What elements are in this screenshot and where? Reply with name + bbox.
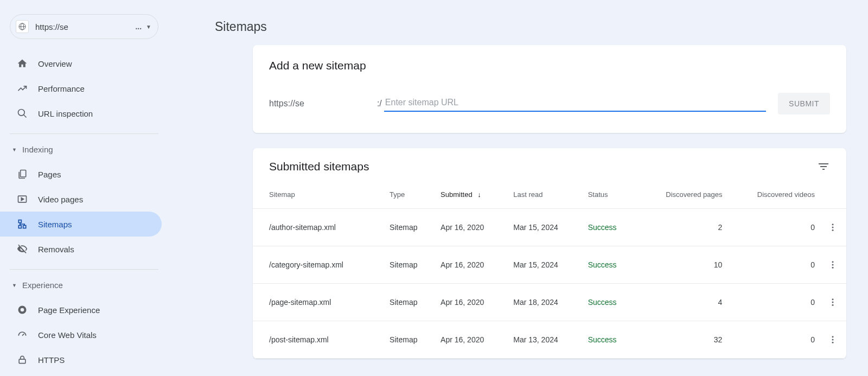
svg-point-23 xyxy=(832,304,834,306)
col-discovered-videos[interactable]: Discovered videos xyxy=(726,183,819,209)
nav-group-label: Experience xyxy=(22,281,63,290)
cell-discovered-videos: 0 xyxy=(726,209,819,246)
nav-section-experience: Page Experience Core Web Vitals HTTPS xyxy=(0,295,168,374)
col-sitemap[interactable]: Sitemap xyxy=(253,183,385,209)
table-row[interactable]: /page-sitemap.xmlSitemapApr 16, 2020Mar … xyxy=(253,284,846,321)
sidebar-item-label: Page Experience xyxy=(38,305,100,315)
cell-submitted: Apr 16, 2020 xyxy=(436,321,509,359)
sidebar-item-performance[interactable]: Performance xyxy=(0,76,162,101)
svg-rect-5 xyxy=(21,170,26,177)
caret-down-icon: ▼ xyxy=(146,24,151,30)
sidebar-item-label: Video pages xyxy=(38,195,83,204)
url-prefix: https://se xyxy=(269,99,304,109)
cell-sitemap: /page-sitemap.xml xyxy=(253,284,385,321)
svg-point-22 xyxy=(832,302,834,303)
add-sitemap-card: Add a new sitemap https://se :/ SUBMIT xyxy=(253,45,846,133)
sidebar-item-label: URL inspection xyxy=(38,109,93,118)
sidebar: https://se ... ▼ Overview Performance UR… xyxy=(0,0,168,376)
col-status[interactable]: Status xyxy=(584,183,636,209)
nav-section-top: Overview Performance URL inspection xyxy=(0,49,168,128)
svg-rect-14 xyxy=(19,359,25,364)
sort-arrow-down-icon: ↓ xyxy=(477,190,481,199)
cell-status: Success xyxy=(584,246,636,284)
property-url: https://se xyxy=(35,22,135,31)
col-last-read[interactable]: Last read xyxy=(509,183,583,209)
caret-down-icon: ▼ xyxy=(12,147,17,152)
cell-sitemap: /post-sitemap.xml xyxy=(253,321,385,359)
circle-icon xyxy=(16,304,28,316)
nav-group-indexing[interactable]: ▼ Indexing xyxy=(0,139,168,160)
cell-sitemap: /author-sitemap.xml xyxy=(253,209,385,246)
sidebar-item-sitemaps[interactable]: Sitemaps xyxy=(0,212,162,237)
cell-last-read: Mar 13, 2024 xyxy=(509,321,583,359)
cell-submitted: Apr 16, 2020 xyxy=(436,209,509,246)
row-menu-icon[interactable] xyxy=(826,296,839,309)
col-type[interactable]: Type xyxy=(385,183,436,209)
cell-status: Success xyxy=(584,209,636,246)
sitemap-url-input[interactable] xyxy=(384,95,766,112)
cell-discovered-pages: 32 xyxy=(636,321,727,359)
cell-discovered-videos: 0 xyxy=(726,284,819,321)
svg-point-15 xyxy=(832,224,834,225)
svg-point-12 xyxy=(21,308,24,312)
col-submitted[interactable]: Submitted ↓ xyxy=(436,183,509,209)
submitted-sitemaps-card: Submitted sitemaps Sitemap Type Submitte… xyxy=(253,148,846,359)
table-row[interactable]: /author-sitemap.xmlSitemapApr 16, 2020Ma… xyxy=(253,209,846,246)
svg-point-25 xyxy=(832,339,834,341)
cell-last-read: Mar 18, 2024 xyxy=(509,284,583,321)
sidebar-item-label: HTTPS xyxy=(38,355,65,365)
svg-rect-9 xyxy=(23,226,26,228)
video-icon xyxy=(16,193,28,205)
sidebar-item-core-web-vitals[interactable]: Core Web Vitals xyxy=(0,322,162,347)
cell-last-read: Mar 15, 2024 xyxy=(509,246,583,284)
lock-icon xyxy=(16,354,28,366)
cell-discovered-videos: 0 xyxy=(726,321,819,359)
trending-up-icon xyxy=(16,82,28,94)
cell-last-read: Mar 15, 2024 xyxy=(509,209,583,246)
cell-submitted: Apr 16, 2020 xyxy=(436,246,509,284)
cell-discovered-pages: 2 xyxy=(636,209,727,246)
add-sitemap-title: Add a new sitemap xyxy=(269,59,830,72)
row-menu-icon[interactable] xyxy=(826,221,839,234)
cell-type: Sitemap xyxy=(385,321,436,359)
cell-status: Success xyxy=(584,284,636,321)
nav-group-label: Indexing xyxy=(22,145,53,154)
sidebar-item-label: Performance xyxy=(38,84,85,93)
sidebar-item-video-pages[interactable]: Video pages xyxy=(0,187,162,212)
property-selector[interactable]: https://se ... ▼ xyxy=(10,14,158,39)
svg-rect-8 xyxy=(18,220,21,223)
svg-line-4 xyxy=(24,115,27,118)
cell-submitted: Apr 16, 2020 xyxy=(436,284,509,321)
sidebar-item-label: Overview xyxy=(38,59,72,68)
sidebar-item-https[interactable]: HTTPS xyxy=(0,347,162,372)
row-menu-icon[interactable] xyxy=(826,258,839,271)
cell-discovered-pages: 4 xyxy=(636,284,727,321)
submit-button[interactable]: SUBMIT xyxy=(778,93,830,114)
sidebar-item-url-inspection[interactable]: URL inspection xyxy=(0,101,162,126)
svg-point-24 xyxy=(832,336,834,337)
url-slash: :/ xyxy=(377,99,382,109)
col-discovered-pages[interactable]: Discovered pages xyxy=(636,183,727,209)
col-submitted-label: Submitted xyxy=(441,190,473,199)
table-row[interactable]: /category-sitemap.xmlSitemapApr 16, 2020… xyxy=(253,246,846,284)
caret-down-icon: ▼ xyxy=(12,283,17,288)
sidebar-item-label: Removals xyxy=(38,245,74,254)
sidebar-item-page-experience[interactable]: Page Experience xyxy=(0,297,162,322)
ellipsis-text: ... xyxy=(135,22,142,31)
table-row[interactable]: /post-sitemap.xmlSitemapApr 16, 2020Mar … xyxy=(253,321,846,359)
svg-point-18 xyxy=(832,261,834,263)
svg-rect-10 xyxy=(18,226,21,228)
sidebar-item-removals[interactable]: Removals xyxy=(0,237,162,262)
speed-icon xyxy=(16,329,28,341)
nav-group-experience[interactable]: ▼ Experience xyxy=(0,275,168,295)
main-content: Sitemaps Add a new sitemap https://se :/… xyxy=(168,0,868,376)
page-title: Sitemaps xyxy=(215,0,846,45)
svg-marker-7 xyxy=(21,198,23,201)
cell-type: Sitemap xyxy=(385,209,436,246)
sidebar-item-pages[interactable]: Pages xyxy=(0,162,162,187)
sidebar-item-overview[interactable]: Overview xyxy=(0,51,162,76)
divider xyxy=(10,269,158,270)
row-menu-icon[interactable] xyxy=(826,333,839,346)
cell-type: Sitemap xyxy=(385,284,436,321)
filter-icon[interactable] xyxy=(817,160,830,173)
